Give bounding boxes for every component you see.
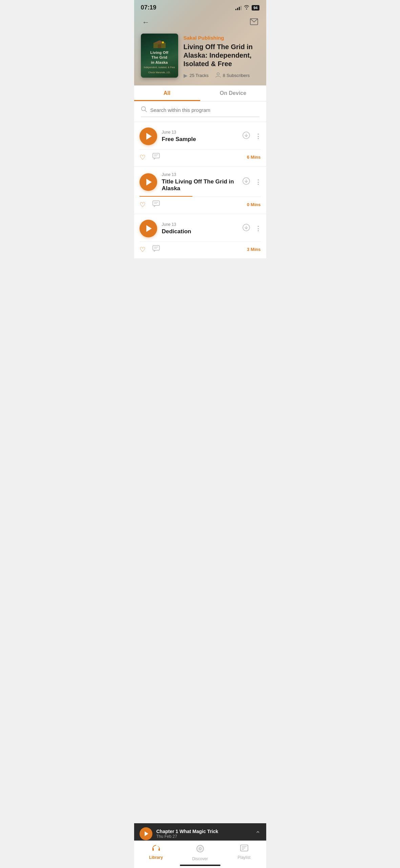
track-card: June 13 Title Living Off The Grid in Ala… bbox=[134, 167, 266, 214]
nav-playlist-label: Playlist bbox=[237, 855, 250, 860]
headphones-icon bbox=[152, 844, 161, 854]
more-options-icon[interactable]: ⋮ bbox=[255, 133, 261, 140]
nav-item-playlist[interactable]: Playlist bbox=[222, 844, 266, 861]
track-title: Title Living Off The Grid in Alaska bbox=[162, 178, 237, 192]
search-icon bbox=[141, 106, 147, 114]
track-info: June 13 Free Sample bbox=[162, 130, 237, 143]
play-button[interactable] bbox=[140, 127, 157, 145]
status-icons: 94 bbox=[235, 5, 259, 11]
comment-button[interactable] bbox=[152, 153, 160, 161]
nav-bar: ← bbox=[134, 14, 266, 34]
search-bar bbox=[141, 106, 259, 117]
track-date: June 13 bbox=[162, 222, 237, 227]
now-playing-play-button[interactable] bbox=[140, 827, 152, 840]
search-container bbox=[134, 101, 266, 122]
track-footer: ♡ 3 Mins bbox=[134, 242, 266, 258]
person-icon bbox=[215, 72, 221, 79]
svg-rect-20 bbox=[153, 245, 160, 250]
like-button[interactable]: ♡ bbox=[140, 201, 146, 209]
status-bar: 07:19 94 bbox=[134, 0, 266, 14]
play-circle-icon: ▶ bbox=[184, 73, 188, 79]
track-actions: ⋮ bbox=[242, 177, 261, 187]
nav-library-label: Library bbox=[149, 855, 163, 860]
track-duration: 0 Mins bbox=[247, 202, 260, 207]
play-button[interactable] bbox=[140, 220, 157, 237]
track-title: Free Sample bbox=[162, 136, 237, 143]
comment-button[interactable] bbox=[152, 245, 160, 254]
now-playing-info: Chapter 1 What Magic Trick Thu Feb 27 bbox=[156, 829, 251, 839]
playlist-icon bbox=[240, 844, 249, 854]
track-card: June 13 Free Sample ⋮ ♡ bbox=[134, 122, 266, 166]
track-card: June 13 Dedication ⋮ ♡ bbox=[134, 214, 266, 258]
bottom-nav: Library Discover Playlist bbox=[134, 841, 266, 868]
track-info: June 13 Dedication bbox=[162, 222, 237, 235]
track-info: June 13 Title Living Off The Grid in Ala… bbox=[162, 172, 237, 192]
play-triangle-icon bbox=[146, 179, 152, 185]
track-title: Dedication bbox=[162, 228, 237, 235]
svg-rect-3 bbox=[158, 44, 161, 48]
play-triangle-icon bbox=[146, 225, 152, 232]
svg-rect-10 bbox=[153, 153, 160, 158]
program-meta: ▶ 25 Tracks 8 Subscribers bbox=[184, 72, 259, 79]
track-count: ▶ 25 Tracks bbox=[184, 73, 209, 79]
comment-button[interactable] bbox=[152, 200, 160, 209]
svg-point-27 bbox=[198, 847, 202, 851]
tab-all[interactable]: All bbox=[134, 85, 200, 101]
program-title: Living Off The Grid in Alaska: Independe… bbox=[184, 43, 259, 68]
svg-point-26 bbox=[199, 848, 201, 850]
track-duration: 6 Mins bbox=[247, 155, 260, 160]
track-main: June 13 Free Sample ⋮ bbox=[134, 122, 266, 149]
track-date: June 13 bbox=[162, 172, 237, 177]
now-playing-title: Chapter 1 What Magic Trick bbox=[156, 829, 251, 834]
home-indicator bbox=[180, 865, 220, 866]
subscriber-count: 8 Subscribers bbox=[215, 72, 250, 79]
more-options-icon[interactable]: ⋮ bbox=[255, 178, 261, 186]
svg-point-4 bbox=[162, 41, 164, 43]
mail-button[interactable] bbox=[249, 17, 259, 28]
back-button[interactable]: ← bbox=[141, 17, 151, 28]
play-button[interactable] bbox=[140, 173, 157, 191]
track-actions: ⋮ bbox=[242, 131, 261, 141]
wifi-icon bbox=[244, 5, 250, 11]
nav-item-discover[interactable]: Discover bbox=[178, 844, 222, 861]
nav-discover-label: Discover bbox=[192, 856, 208, 861]
program-details: Sakal Publishing Living Off The Grid in … bbox=[184, 34, 259, 79]
track-actions: ⋮ bbox=[242, 223, 261, 234]
now-playing-expand-icon[interactable]: ⌃ bbox=[255, 830, 261, 838]
program-cover: Living OffThe Gridin Alaska Independent,… bbox=[141, 34, 178, 78]
now-playing-subtitle: Thu Feb 27 bbox=[156, 834, 251, 839]
now-playing-play-icon bbox=[145, 831, 148, 836]
signal-icon bbox=[235, 5, 241, 10]
track-date: June 13 bbox=[162, 130, 237, 135]
like-button[interactable]: ♡ bbox=[140, 153, 146, 161]
battery-indicator: 94 bbox=[252, 5, 259, 11]
cover-subtitle: Independent, Isolated, & Free bbox=[144, 66, 175, 68]
svg-rect-15 bbox=[153, 201, 160, 205]
svg-rect-23 bbox=[152, 849, 154, 851]
publisher-name: Sakal Publishing bbox=[184, 35, 259, 41]
program-info: Living OffThe Gridin Alaska Independent,… bbox=[134, 34, 266, 79]
download-icon[interactable] bbox=[242, 131, 250, 141]
track-list: June 13 Free Sample ⋮ ♡ bbox=[134, 122, 266, 258]
tabs-container: All On Device bbox=[134, 85, 266, 101]
track-footer: ♡ 0 Mins bbox=[134, 197, 266, 214]
more-options-icon[interactable]: ⋮ bbox=[255, 225, 261, 232]
svg-line-7 bbox=[145, 110, 147, 112]
like-button[interactable]: ♡ bbox=[140, 245, 146, 254]
cover-author: Chuck Marunde, J.D. bbox=[148, 71, 171, 74]
tab-on-device[interactable]: On Device bbox=[200, 85, 266, 101]
track-main: June 13 Dedication ⋮ bbox=[134, 214, 266, 241]
svg-rect-24 bbox=[159, 849, 160, 851]
play-triangle-icon bbox=[146, 133, 152, 140]
track-duration: 3 Mins bbox=[247, 247, 260, 252]
status-time: 07:19 bbox=[141, 4, 156, 11]
search-input[interactable] bbox=[150, 107, 259, 113]
nav-item-library[interactable]: Library bbox=[134, 844, 178, 861]
track-footer: ♡ 6 Mins bbox=[134, 150, 266, 166]
cover-title: Living OffThe Gridin Alaska bbox=[150, 50, 168, 65]
cover-house-icon bbox=[153, 40, 166, 48]
discover-icon bbox=[196, 844, 205, 855]
download-icon[interactable] bbox=[242, 177, 250, 187]
download-icon[interactable] bbox=[242, 223, 250, 234]
track-main: June 13 Title Living Off The Grid in Ala… bbox=[134, 167, 266, 196]
